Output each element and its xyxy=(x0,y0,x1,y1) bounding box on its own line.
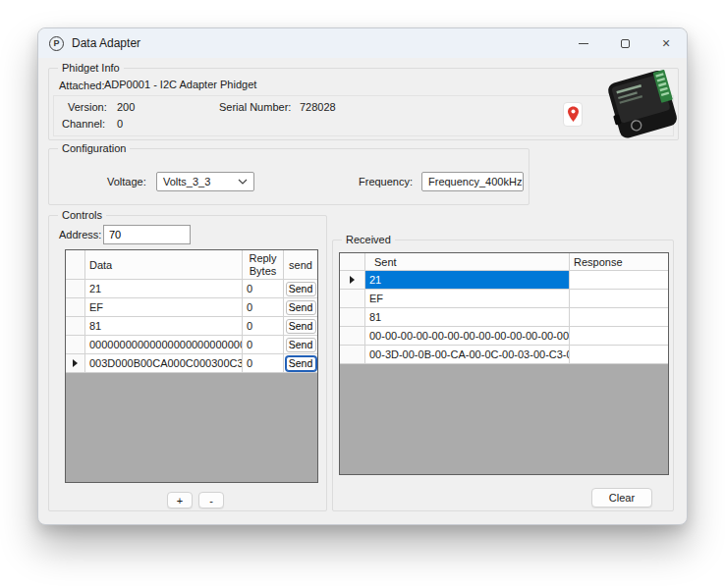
reply-bytes-cell[interactable]: 0 xyxy=(243,336,284,354)
send-cell: Send xyxy=(284,354,317,373)
sent-cell: 00-3D-00-0B-00-CA-00-0C-00-03-00-C3-00-0… xyxy=(365,346,570,364)
phidgets-logo-icon: P xyxy=(49,36,64,51)
row-marker-cell xyxy=(340,308,365,327)
maximize-icon xyxy=(621,39,630,48)
row-marker-cell[interactable] xyxy=(66,336,85,354)
controls-title: Controls xyxy=(58,209,106,221)
row-marker-cell[interactable] xyxy=(66,298,85,317)
column-header-reply-bytes[interactable]: Reply Bytes xyxy=(243,250,284,280)
send-cell: Send xyxy=(284,298,317,317)
received-grid: Sent Response 21 EF 81 00-00-00-00-00-00… xyxy=(339,252,669,475)
row-marker-cell[interactable] xyxy=(66,354,85,373)
data-cell[interactable]: 21 xyxy=(85,280,243,298)
send-grid-row: EF 0 Send xyxy=(66,298,317,317)
row-header-corner xyxy=(66,250,85,280)
data-cell[interactable]: 81 xyxy=(85,317,243,336)
voltage-label: Voltage: xyxy=(107,176,146,187)
send-cell: Send xyxy=(284,336,317,354)
location-pin-icon xyxy=(567,106,580,123)
received-title: Received xyxy=(342,234,395,245)
send-grid-row-current: 003D000B00CA000C000300C30003 0 Send xyxy=(66,354,317,373)
send-button-focused[interactable]: Send xyxy=(286,356,316,371)
column-header-data[interactable]: Data xyxy=(85,250,243,280)
column-header-sent[interactable]: Sent xyxy=(365,253,570,271)
send-button[interactable]: Send xyxy=(286,282,316,296)
minimize-button[interactable] xyxy=(563,28,604,58)
send-grid-row: 81 0 Send xyxy=(66,317,317,336)
received-grid-header: Sent Response xyxy=(340,253,668,271)
remove-row-button[interactable]: - xyxy=(198,492,224,508)
current-row-marker-icon xyxy=(73,359,78,367)
reply-bytes-cell[interactable]: 0 xyxy=(243,317,284,336)
phidget-info-title: Phidget Info xyxy=(58,62,124,74)
row-header-corner xyxy=(340,253,365,271)
reply-bytes-cell[interactable]: 0 xyxy=(243,280,284,298)
send-cell: Send xyxy=(284,317,317,336)
received-grid-row[interactable]: 00-00-00-00-00-00-00-00-00-00-00-00-00-0… xyxy=(340,327,668,346)
row-marker-cell[interactable] xyxy=(66,280,85,298)
response-cell xyxy=(570,346,668,364)
version-label: Version: xyxy=(68,101,107,113)
frequency-select[interactable]: Frequency_400kHz xyxy=(421,172,524,191)
address-input[interactable] xyxy=(103,225,191,244)
data-cell[interactable]: 003D000B00CA000C000300C30003 xyxy=(85,354,243,373)
configuration-title: Configuration xyxy=(58,142,130,154)
close-icon: × xyxy=(662,36,670,50)
reply-bytes-cell[interactable]: 0 xyxy=(243,298,284,317)
column-header-send[interactable]: send xyxy=(284,250,317,280)
window-controls: × xyxy=(563,28,687,58)
send-button[interactable]: Send xyxy=(286,319,316,334)
add-row-button[interactable]: + xyxy=(167,492,193,508)
clear-button[interactable]: Clear xyxy=(591,488,652,508)
configuration-group: Configuration Voltage: Volts_3_3 Frequen… xyxy=(48,148,530,205)
chevron-down-icon xyxy=(238,179,248,185)
device-image xyxy=(598,64,689,144)
sent-cell: 00-00-00-00-00-00-00-00-00-00-00-00-00-0… xyxy=(365,327,570,346)
frequency-label: Frequency: xyxy=(359,176,413,187)
row-marker-cell xyxy=(340,290,365,308)
send-button[interactable]: Send xyxy=(286,300,316,315)
data-cell[interactable]: 0000000000000000000000000000 xyxy=(85,336,243,354)
send-grid-row: 0000000000000000000000000000 0 Send xyxy=(66,336,317,354)
received-grid-row[interactable]: EF xyxy=(340,290,668,308)
controls-group: Controls Address: Data Reply Bytes send … xyxy=(48,215,327,511)
reply-bytes-cell[interactable]: 0 xyxy=(243,354,284,373)
sent-cell: 21 xyxy=(365,271,570,290)
row-marker-cell[interactable] xyxy=(66,317,85,336)
received-grid-row[interactable]: 00-3D-00-0B-00-CA-00-0C-00-03-00-C3-00-0… xyxy=(340,346,668,364)
response-cell xyxy=(570,271,668,290)
channel-label: Channel: xyxy=(62,118,105,130)
locate-device-button[interactable] xyxy=(563,102,583,127)
send-grid-row: 21 0 Send xyxy=(66,280,317,298)
row-marker-cell xyxy=(340,327,365,346)
send-grid-header: Data Reply Bytes send xyxy=(66,250,317,280)
version-value: 200 xyxy=(117,101,135,113)
phidget-info-group: Phidget Info Attached: ADP0001 - I2C Ada… xyxy=(48,68,679,140)
attached-label: Attached: xyxy=(59,80,104,91)
response-cell xyxy=(570,327,668,346)
received-grid-row[interactable]: 81 xyxy=(340,308,668,327)
title-bar[interactable]: P Data Adapter × xyxy=(38,28,687,58)
sent-cell: 81 xyxy=(365,308,570,327)
close-button[interactable]: × xyxy=(645,28,687,58)
response-cell xyxy=(570,308,668,327)
voltage-selected-value: Volts_3_3 xyxy=(163,176,210,187)
row-marker-cell xyxy=(340,346,365,364)
current-row-marker-icon xyxy=(350,276,355,284)
serial-number-label: Serial Number: xyxy=(219,101,291,113)
attached-value: ADP0001 - I2C Adapter Phidget xyxy=(104,79,256,90)
send-cell: Send xyxy=(284,280,317,298)
response-cell xyxy=(570,290,668,308)
minimize-icon xyxy=(579,43,588,44)
send-button[interactable]: Send xyxy=(286,338,316,352)
column-header-response[interactable]: Response xyxy=(570,253,668,271)
device-details-panel: Version: 200 Serial Number: 728028 Chann… xyxy=(53,95,674,136)
maximize-button[interactable] xyxy=(604,28,645,58)
address-label: Address: xyxy=(59,229,101,241)
channel-value: 0 xyxy=(117,118,123,130)
voltage-select[interactable]: Volts_3_3 xyxy=(156,172,254,191)
received-grid-row-selected[interactable]: 21 xyxy=(340,271,668,290)
data-cell[interactable]: EF xyxy=(85,298,243,317)
send-data-grid: Data Reply Bytes send 21 0 Send EF 0 Sen… xyxy=(65,249,318,483)
row-marker-cell xyxy=(340,271,365,290)
